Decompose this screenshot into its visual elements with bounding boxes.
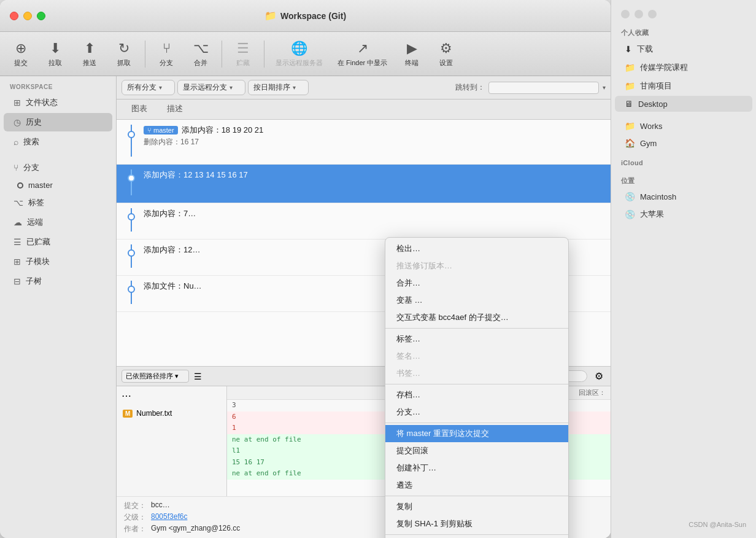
- history-row[interactable]: ⑂ master 添加内容：18 19 20 21 删除内容：16 17: [117, 120, 611, 165]
- finder-item-gansu[interactable]: 📁 甘南项目: [615, 77, 752, 95]
- menu-item-merge[interactable]: 合并…: [385, 275, 568, 292]
- menu-item-tag[interactable]: 标签…: [385, 330, 568, 348]
- finder-traffic-lights: [611, 5, 756, 26]
- sidebar-section-tags[interactable]: ⌥ 标签: [4, 193, 112, 212]
- search-icon: ⌕: [14, 137, 18, 147]
- toolbar-push[interactable]: ⬆ 推送: [74, 37, 106, 71]
- remote-filter-select[interactable]: 显示远程分支 ▾: [177, 80, 245, 95]
- gear-icon[interactable]: ⚙: [592, 369, 606, 383]
- menu-item-reset-master[interactable]: 将 master 重置到这次提交: [385, 425, 568, 442]
- tab-graph[interactable]: 图表: [122, 99, 157, 119]
- gym-icon: 🏠: [625, 138, 635, 148]
- stash-icon: ☰: [237, 41, 249, 57]
- tab-description[interactable]: 描述: [157, 99, 193, 119]
- menu-item-rebase[interactable]: 变基 …: [385, 292, 568, 309]
- history-content-2: 添加内容：12 13 14 15 16 17: [139, 170, 603, 181]
- sidebar-section-stash[interactable]: ☰ 已贮藏: [4, 233, 112, 251]
- toolbar-terminal[interactable]: ▶ 终端: [396, 37, 428, 71]
- minimize-button[interactable]: [23, 12, 32, 20]
- finder-item-media-courses[interactable]: 📁 传媒学院课程: [615, 59, 752, 76]
- main-window: 📁 Workspace (Git) ⊕ 提交 ⬇ 拉取 ⬆ 推送 ↻ 抓取 ⑂ …: [0, 0, 611, 538]
- macintosh-icon: 💿: [625, 192, 635, 201]
- sort-filter-select[interactable]: 按日期排序 ▾: [248, 80, 309, 95]
- finder-sidebar: 个人收藏 ⬇ 下载 📁 传媒学院课程 📁 甘南项目 🖥 Desktop 📁 Wo…: [611, 0, 756, 538]
- file-status-icon: ⊞: [14, 98, 21, 107]
- toolbar-merge[interactable]: ⌥ 合并: [185, 37, 217, 71]
- commit-label: 提交：: [124, 501, 147, 511]
- menu-item-create-patch[interactable]: 创建补丁…: [385, 459, 568, 477]
- graph-col-2: [124, 170, 139, 198]
- list-view-icon[interactable]: ☰: [194, 372, 202, 381]
- cloud-icon: ☁: [14, 217, 22, 227]
- sidebar-section-remote[interactable]: ☁ 远端: [4, 213, 112, 232]
- menu-separator-3: [385, 423, 568, 423]
- file-list-header: ⋯: [117, 386, 226, 405]
- finder-item-macintosh[interactable]: 💿 Macintosh: [615, 189, 752, 205]
- menu-separator-5: [385, 534, 568, 535]
- menu-item-copy[interactable]: 复制: [385, 498, 568, 515]
- finder-icon: ↗: [357, 41, 368, 57]
- menu-item-copy-sha[interactable]: 复制 SHA-1 到剪贴板: [385, 515, 568, 532]
- sidebar-item-history[interactable]: ◷ 历史: [4, 113, 112, 131]
- maximize-button[interactable]: [37, 12, 45, 20]
- menu-item-bookmark[interactable]: 书签…: [385, 365, 568, 382]
- finder-tl-2: [634, 10, 643, 18]
- toolbar-separator-2: [222, 41, 222, 68]
- toolbar-stash[interactable]: ☰ 贮藏: [227, 37, 259, 71]
- toolbar-settings[interactable]: ⚙ 设置: [430, 37, 462, 71]
- toolbar-branch[interactable]: ⑂ 分支: [150, 37, 182, 71]
- remote-filter-chevron: ▾: [230, 84, 233, 91]
- finder-item-desktop[interactable]: 🖥 Desktop: [615, 96, 752, 112]
- author-value: Gym <gym_zhang@126.cc: [151, 524, 240, 534]
- sidebar-item-file-status[interactable]: ⊞ 文件状态: [4, 93, 112, 112]
- toolbar-remote[interactable]: 🌐 显示远程服务器: [269, 37, 329, 71]
- sidebar-section-branch[interactable]: ⑂ 分支: [4, 158, 112, 177]
- watermark: CSDN @Anita-Sun: [611, 516, 756, 533]
- finder-divider-2: [611, 152, 756, 157]
- tags-icon: ⌥: [14, 198, 23, 208]
- finder-icloud-label: iCloud: [611, 157, 756, 169]
- toolbar-commit[interactable]: ⊕ 提交: [5, 37, 37, 71]
- parent-label: 父级：: [124, 512, 147, 523]
- menu-item-branch-from[interactable]: 分支…: [385, 404, 568, 421]
- author-label: 作者：: [124, 524, 147, 534]
- menu-separator-2: [385, 384, 568, 384]
- file-item[interactable]: M Number.txt: [117, 405, 226, 421]
- svg-point-1: [128, 131, 134, 138]
- toolbar-pull[interactable]: ⬇ 拉取: [39, 37, 71, 71]
- menu-item-revert[interactable]: 提交回滚: [385, 442, 568, 459]
- sidebar-section-subtree[interactable]: ⊟ 子树: [4, 272, 112, 290]
- parent-link[interactable]: 8005f3ef6c: [151, 512, 187, 523]
- sidebar-branch-master[interactable]: master: [0, 177, 116, 193]
- menu-item-checkout[interactable]: 检出…: [385, 240, 568, 257]
- toolbar-fetch[interactable]: ↻ 抓取: [108, 37, 140, 71]
- menu-item-cherry-pick[interactable]: 遴选: [385, 477, 568, 494]
- history-row-3[interactable]: 添加内容：7…: [117, 203, 611, 240]
- finder-item-downloads[interactable]: ⬇ 下载: [615, 41, 752, 58]
- finder-divider-1: [611, 112, 756, 117]
- finder-item-gym[interactable]: 🏠 Gym: [615, 135, 752, 151]
- branch-filter-select[interactable]: 所有分支 ▾: [122, 80, 175, 95]
- pull-icon: ⬇: [50, 41, 61, 57]
- svg-point-3: [128, 175, 134, 181]
- downloads-icon: ⬇: [625, 44, 632, 54]
- submodule-icon: ⊞: [14, 257, 21, 267]
- svg-point-5: [128, 214, 134, 220]
- history-row-selected[interactable]: 添加内容：12 13 14 15 16 17: [117, 165, 611, 203]
- finder-item-works[interactable]: 📁 Works: [615, 118, 752, 134]
- sidebar-item-search[interactable]: ⌕ 搜索: [4, 133, 112, 151]
- branch-dot: [17, 182, 23, 189]
- menu-item-push-tag[interactable]: 推送修订版本…: [385, 257, 568, 275]
- finder-item-apple[interactable]: 💿 大苹果: [615, 206, 752, 223]
- history-title-3: 添加内容：7…: [144, 208, 603, 219]
- graph-col-1: [124, 125, 139, 159]
- sort-select[interactable]: 已依照路径排序 ▾: [122, 370, 189, 383]
- menu-item-interactive-rebase[interactable]: 交互式变基 bcc4aef 的子提交…: [385, 309, 568, 326]
- menu-item-sign[interactable]: 签名…: [385, 348, 568, 365]
- sidebar-section-submodule[interactable]: ⊞ 子模块: [4, 252, 112, 271]
- menu-item-archive[interactable]: 存档…: [385, 386, 568, 404]
- more-icon[interactable]: ⋯: [122, 390, 131, 402]
- jump-to-input[interactable]: [488, 82, 599, 94]
- close-button[interactable]: [10, 12, 18, 20]
- toolbar-finder[interactable]: ↗ 在 Finder 中显示: [331, 37, 393, 71]
